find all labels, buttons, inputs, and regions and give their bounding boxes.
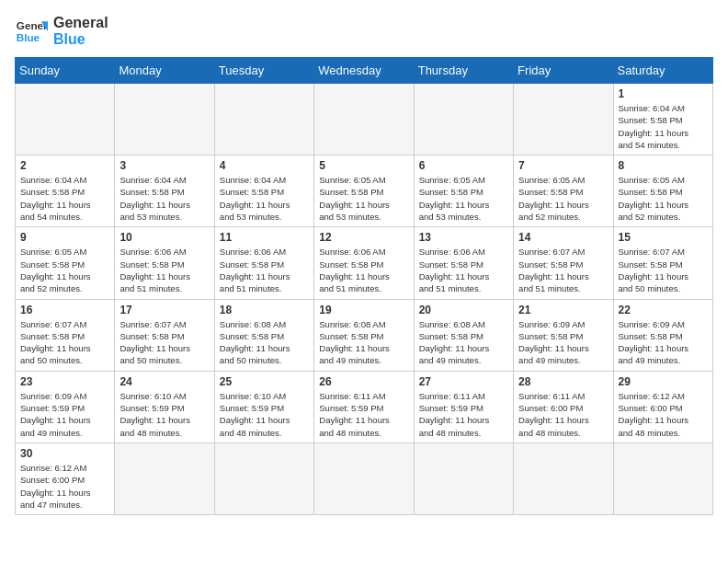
calendar-cell-15: 10Sunrise: 6:06 AM Sunset: 5:58 PM Dayli… [115, 227, 214, 299]
day-info-25: Sunrise: 6:10 AM Sunset: 5:59 PM Dayligh… [220, 390, 309, 439]
weekday-header-monday: Monday [115, 58, 214, 84]
day-number-17: 17 [119, 304, 209, 316]
calendar-cell-39 [414, 442, 513, 514]
calendar-cell-27: 22Sunrise: 6:09 AM Sunset: 5:58 PM Dayli… [613, 299, 712, 371]
calendar-cell-31: 26Sunrise: 6:11 AM Sunset: 5:59 PM Dayli… [314, 371, 414, 442]
calendar-cell-35: 30Sunrise: 6:12 AM Sunset: 6:00 PM Dayli… [16, 442, 115, 514]
calendar-cell-21: 16Sunrise: 6:07 AM Sunset: 5:58 PM Dayli… [16, 299, 115, 371]
calendar-cell-32: 27Sunrise: 6:11 AM Sunset: 5:59 PM Dayli… [414, 371, 513, 442]
calendar-cell-36 [115, 442, 214, 514]
day-info-6: Sunrise: 6:05 AM Sunset: 5:58 PM Dayligh… [419, 174, 508, 223]
calendar-cell-26: 21Sunrise: 6:09 AM Sunset: 5:58 PM Dayli… [514, 299, 613, 371]
day-info-24: Sunrise: 6:10 AM Sunset: 5:59 PM Dayligh… [119, 390, 209, 439]
day-number-4: 4 [220, 159, 309, 172]
day-info-22: Sunrise: 6:09 AM Sunset: 5:58 PM Dayligh… [619, 318, 708, 367]
weekday-header-row: SundayMondayTuesdayWednesdayThursdayFrid… [16, 58, 713, 84]
day-number-21: 21 [518, 304, 608, 316]
day-number-5: 5 [319, 159, 408, 172]
day-number-2: 2 [20, 159, 109, 172]
weekday-header-friday: Friday [514, 58, 613, 84]
day-info-7: Sunrise: 6:05 AM Sunset: 5:58 PM Dayligh… [518, 174, 608, 223]
weekday-header-saturday: Saturday [613, 58, 712, 84]
svg-text:General: General [17, 19, 48, 31]
calendar-cell-13: 8Sunrise: 6:05 AM Sunset: 5:58 PM Daylig… [613, 155, 712, 227]
calendar-cell-14: 9Sunrise: 6:05 AM Sunset: 5:58 PM Daylig… [16, 227, 115, 299]
calendar-row-3: 9Sunrise: 6:05 AM Sunset: 5:58 PM Daylig… [16, 227, 713, 299]
header: General Blue General Blue [15, 15, 713, 48]
calendar-cell-24: 19Sunrise: 6:08 AM Sunset: 5:58 PM Dayli… [314, 299, 414, 371]
day-info-3: Sunrise: 6:04 AM Sunset: 5:58 PM Dayligh… [119, 174, 209, 223]
calendar-cell-37 [214, 442, 313, 514]
calendar-cell-29: 24Sunrise: 6:10 AM Sunset: 5:59 PM Dayli… [115, 371, 214, 442]
day-number-19: 19 [319, 304, 408, 316]
day-number-20: 20 [419, 304, 508, 316]
calendar-cell-2 [214, 84, 313, 155]
calendar-cell-19: 14Sunrise: 6:07 AM Sunset: 5:58 PM Dayli… [514, 227, 613, 299]
day-number-12: 12 [319, 231, 408, 244]
day-number-24: 24 [119, 375, 209, 388]
calendar: SundayMondayTuesdayWednesdayThursdayFrid… [15, 57, 713, 515]
calendar-cell-12: 7Sunrise: 6:05 AM Sunset: 5:58 PM Daylig… [514, 155, 613, 227]
calendar-cell-9: 4Sunrise: 6:04 AM Sunset: 5:58 PM Daylig… [214, 155, 313, 227]
day-info-30: Sunrise: 6:12 AM Sunset: 6:00 PM Dayligh… [20, 462, 109, 511]
calendar-cell-1 [115, 84, 214, 155]
day-info-18: Sunrise: 6:08 AM Sunset: 5:58 PM Dayligh… [220, 318, 309, 367]
logo-icon: General Blue [15, 15, 48, 48]
calendar-cell-4 [414, 84, 513, 155]
day-info-27: Sunrise: 6:11 AM Sunset: 5:59 PM Dayligh… [419, 390, 508, 439]
day-info-17: Sunrise: 6:07 AM Sunset: 5:58 PM Dayligh… [119, 318, 209, 367]
day-number-6: 6 [419, 159, 508, 172]
calendar-cell-23: 18Sunrise: 6:08 AM Sunset: 5:58 PM Dayli… [214, 299, 313, 371]
day-info-19: Sunrise: 6:08 AM Sunset: 5:58 PM Dayligh… [319, 318, 408, 367]
day-number-30: 30 [20, 447, 109, 460]
day-info-10: Sunrise: 6:06 AM Sunset: 5:58 PM Dayligh… [119, 246, 209, 294]
day-number-10: 10 [119, 231, 209, 244]
calendar-cell-17: 12Sunrise: 6:06 AM Sunset: 5:58 PM Dayli… [314, 227, 414, 299]
calendar-cell-33: 28Sunrise: 6:11 AM Sunset: 6:00 PM Dayli… [514, 371, 613, 442]
calendar-cell-8: 3Sunrise: 6:04 AM Sunset: 5:58 PM Daylig… [115, 155, 214, 227]
calendar-cell-10: 5Sunrise: 6:05 AM Sunset: 5:58 PM Daylig… [314, 155, 414, 227]
calendar-row-4: 16Sunrise: 6:07 AM Sunset: 5:58 PM Dayli… [16, 299, 713, 371]
day-info-2: Sunrise: 6:04 AM Sunset: 5:58 PM Dayligh… [20, 174, 109, 223]
day-number-27: 27 [419, 375, 508, 388]
day-number-15: 15 [619, 231, 708, 244]
day-info-26: Sunrise: 6:11 AM Sunset: 5:59 PM Dayligh… [319, 390, 408, 439]
weekday-header-sunday: Sunday [16, 58, 115, 84]
svg-text:Blue: Blue [17, 31, 40, 43]
day-number-3: 3 [119, 159, 209, 172]
day-info-8: Sunrise: 6:05 AM Sunset: 5:58 PM Dayligh… [619, 174, 708, 223]
weekday-header-thursday: Thursday [414, 58, 513, 84]
logo: General Blue General Blue [15, 15, 108, 48]
day-info-21: Sunrise: 6:09 AM Sunset: 5:58 PM Dayligh… [518, 318, 608, 367]
calendar-cell-41 [613, 442, 712, 514]
day-info-5: Sunrise: 6:05 AM Sunset: 5:58 PM Dayligh… [319, 174, 408, 223]
day-number-26: 26 [319, 375, 408, 388]
day-info-14: Sunrise: 6:07 AM Sunset: 5:58 PM Dayligh… [518, 246, 608, 294]
calendar-cell-3 [314, 84, 414, 155]
calendar-cell-7: 2Sunrise: 6:04 AM Sunset: 5:58 PM Daylig… [16, 155, 115, 227]
day-number-28: 28 [518, 375, 608, 388]
calendar-row-2: 2Sunrise: 6:04 AM Sunset: 5:58 PM Daylig… [16, 155, 713, 227]
calendar-cell-30: 25Sunrise: 6:10 AM Sunset: 5:59 PM Dayli… [214, 371, 313, 442]
calendar-cell-20: 15Sunrise: 6:07 AM Sunset: 5:58 PM Dayli… [613, 227, 712, 299]
calendar-cell-40 [514, 442, 613, 514]
weekday-header-wednesday: Wednesday [314, 58, 414, 84]
day-number-9: 9 [20, 231, 109, 244]
calendar-cell-18: 13Sunrise: 6:06 AM Sunset: 5:58 PM Dayli… [414, 227, 513, 299]
calendar-cell-22: 17Sunrise: 6:07 AM Sunset: 5:58 PM Dayli… [115, 299, 214, 371]
logo-blue: Blue [53, 31, 85, 47]
day-number-16: 16 [20, 304, 109, 316]
day-number-18: 18 [220, 304, 309, 316]
day-info-20: Sunrise: 6:08 AM Sunset: 5:58 PM Dayligh… [419, 318, 508, 367]
day-number-14: 14 [518, 231, 608, 244]
day-number-7: 7 [518, 159, 608, 172]
calendar-row-6: 30Sunrise: 6:12 AM Sunset: 6:00 PM Dayli… [16, 442, 713, 514]
day-info-9: Sunrise: 6:05 AM Sunset: 5:58 PM Dayligh… [20, 246, 109, 294]
calendar-cell-34: 29Sunrise: 6:12 AM Sunset: 6:00 PM Dayli… [613, 371, 712, 442]
day-info-1: Sunrise: 6:04 AM Sunset: 5:58 PM Dayligh… [619, 102, 708, 151]
day-number-1: 1 [619, 87, 708, 100]
calendar-cell-25: 20Sunrise: 6:08 AM Sunset: 5:58 PM Dayli… [414, 299, 513, 371]
day-number-13: 13 [419, 231, 508, 244]
calendar-cell-16: 11Sunrise: 6:06 AM Sunset: 5:58 PM Dayli… [214, 227, 313, 299]
day-number-23: 23 [20, 375, 109, 388]
